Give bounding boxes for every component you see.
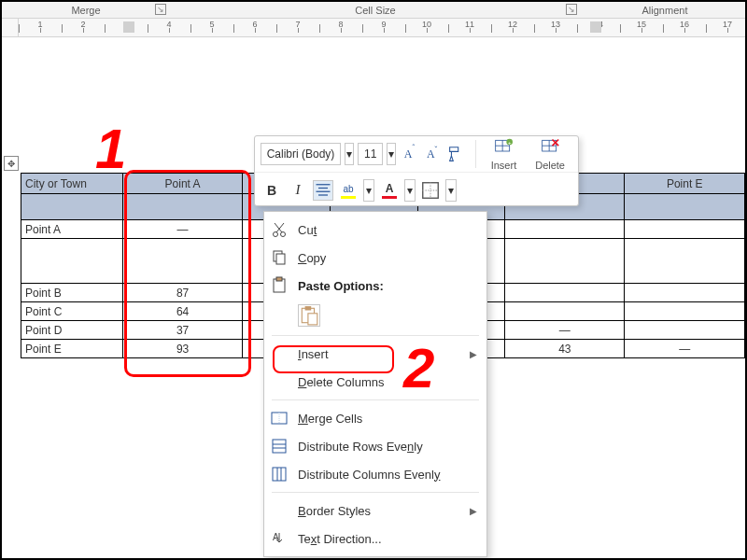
cell[interactable] xyxy=(625,284,745,302)
font-color-split-button[interactable]: A xyxy=(378,179,401,202)
grow-font-button[interactable]: Aˆ xyxy=(400,143,418,165)
ribbon-group-merge-label: Merge xyxy=(71,5,100,16)
highlight-dropdown-icon[interactable]: ▾ xyxy=(363,179,374,202)
insert-split-button[interactable]: + Insert xyxy=(484,137,525,171)
svg-line-19 xyxy=(275,223,282,232)
cell[interactable]: 64 xyxy=(122,302,243,321)
cell[interactable]: — xyxy=(122,220,243,239)
cellsize-launcher-icon[interactable]: ↘ xyxy=(566,4,577,15)
cell[interactable] xyxy=(505,284,625,302)
ctx-insert[interactable]: Insert ▶ xyxy=(264,340,486,368)
submenu-arrow-icon: ▶ xyxy=(470,506,477,516)
highlight-split-button[interactable]: ab xyxy=(337,179,359,202)
cell[interactable] xyxy=(625,220,745,239)
svg-rect-24 xyxy=(276,277,282,281)
svg-rect-22 xyxy=(276,254,285,264)
ctx-paste-option-keep[interactable] xyxy=(264,300,486,331)
delete-split-button[interactable]: Delete xyxy=(528,137,572,171)
subheader-0[interactable] xyxy=(21,194,123,220)
format-painter-button[interactable] xyxy=(445,143,464,165)
blank-icon xyxy=(270,501,289,520)
document-area[interactable]: ✥ City or Town Point A Point E xyxy=(2,37,745,560)
mini-toolbar: Calibri (Body) ▾ 11 ▾ Aˆ Aˇ + Insert Del… xyxy=(254,135,579,206)
cell[interactable]: 43 xyxy=(505,340,625,358)
cell[interactable]: — xyxy=(625,340,745,358)
row-label[interactable]: Point A xyxy=(21,220,123,239)
font-name-dropdown-icon[interactable]: ▾ xyxy=(345,143,354,165)
cell[interactable] xyxy=(625,321,745,340)
ruler-corner xyxy=(2,19,19,36)
ribbon-group-alignment: Alignment xyxy=(581,2,747,18)
svg-rect-27 xyxy=(308,314,317,325)
distribute-cols-icon xyxy=(270,465,289,483)
border-split-button[interactable] xyxy=(419,179,442,202)
header-point-e[interactable]: Point E xyxy=(625,174,745,194)
blank-icon xyxy=(270,372,289,391)
blank-icon xyxy=(270,344,289,363)
row-label[interactable]: Point C xyxy=(21,302,123,321)
borders-icon xyxy=(420,180,441,201)
bold-button[interactable]: B xyxy=(261,179,283,202)
cell[interactable] xyxy=(21,239,123,284)
cell[interactable] xyxy=(505,239,625,284)
ctx-delete-columns[interactable]: Delete Columns xyxy=(264,368,486,396)
subheader-6[interactable] xyxy=(625,194,745,220)
align-center-icon xyxy=(314,181,332,200)
format-painter-icon xyxy=(446,146,463,162)
border-dropdown-icon[interactable]: ▾ xyxy=(445,179,457,202)
table-move-handle-icon[interactable]: ✥ xyxy=(4,156,19,171)
ribbon-group-labels: Merge ↘ Cell Size ↘ Alignment xyxy=(2,2,745,19)
cell[interactable] xyxy=(122,239,243,284)
cell[interactable]: — xyxy=(505,321,625,340)
svg-point-17 xyxy=(274,232,278,237)
fontcolor-dropdown-icon[interactable]: ▾ xyxy=(404,179,416,202)
align-center-button[interactable] xyxy=(313,180,333,201)
delete-table-icon xyxy=(541,137,559,156)
italic-button[interactable]: I xyxy=(287,179,309,202)
ctx-merge-cells[interactable]: Merge Cells xyxy=(264,404,486,432)
annotation-number-1: 1 xyxy=(95,121,126,177)
svg-line-20 xyxy=(276,223,284,232)
submenu-arrow-icon: ▶ xyxy=(470,349,477,359)
font-name-combo[interactable]: Calibri (Body) xyxy=(261,143,341,165)
ctx-distribute-cols[interactable]: Distribute Columns Evenly xyxy=(264,460,486,488)
ribbon-group-alignment-label: Alignment xyxy=(642,5,688,16)
cell[interactable] xyxy=(625,239,745,284)
cell[interactable]: 93 xyxy=(122,340,243,358)
cell[interactable] xyxy=(625,302,745,321)
ctx-distribute-rows[interactable]: Distribute Rows Evenly xyxy=(264,432,486,460)
svg-point-18 xyxy=(281,232,286,237)
subheader-1[interactable] xyxy=(122,194,243,220)
ctx-border-styles[interactable]: Border Styles ▶ xyxy=(264,497,486,525)
svg-rect-26 xyxy=(305,306,312,310)
ctx-cut[interactable]: Cut xyxy=(264,216,486,244)
cell[interactable] xyxy=(505,220,625,239)
cut-icon xyxy=(270,220,289,239)
font-size-combo[interactable]: 11 xyxy=(358,143,383,165)
ribbon-group-merge: Merge ↘ xyxy=(2,2,170,18)
ctx-copy[interactable]: Copy xyxy=(264,244,486,272)
shrink-font-button[interactable]: Aˇ xyxy=(423,143,442,165)
cell[interactable]: 87 xyxy=(122,284,243,302)
insert-table-icon: + xyxy=(494,137,513,156)
row-label[interactable]: Point D xyxy=(21,321,123,340)
annotation-number-2: 2 xyxy=(403,341,434,397)
row-label[interactable]: Point E xyxy=(21,340,123,358)
ctx-separator xyxy=(272,399,479,400)
horizontal-ruler[interactable]: 1234567891011121314151617 xyxy=(19,19,745,36)
ctx-separator xyxy=(272,335,479,336)
cell[interactable]: 37 xyxy=(122,321,243,340)
ctx-paste-options-label: Paste Options: xyxy=(264,272,486,300)
font-size-dropdown-icon[interactable]: ▾ xyxy=(387,143,396,165)
distribute-rows-icon xyxy=(270,437,289,455)
ctx-text-direction[interactable]: A Text Direction... xyxy=(264,525,486,553)
row-label[interactable]: Point B xyxy=(21,284,123,302)
ctx-separator xyxy=(272,492,479,493)
paste-options-label: Paste Options: xyxy=(298,279,477,293)
svg-text:+: + xyxy=(508,140,512,146)
cell[interactable] xyxy=(505,302,625,321)
copy-icon xyxy=(270,248,289,267)
header-point-a[interactable]: Point A xyxy=(122,174,243,194)
merge-launcher-icon[interactable]: ↘ xyxy=(155,4,166,15)
context-menu: Cut Copy Paste Options: xyxy=(263,211,487,557)
